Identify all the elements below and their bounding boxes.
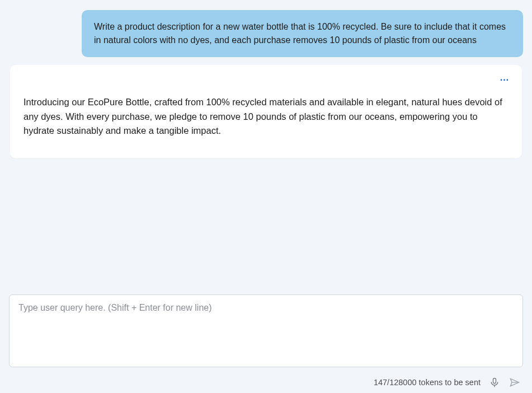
microphone-icon xyxy=(489,377,500,388)
send-button[interactable] xyxy=(509,376,521,389)
composer[interactable] xyxy=(9,294,523,367)
microphone-button[interactable] xyxy=(488,376,501,389)
assistant-message-text: Introducing our EcoPure Bottle, crafted … xyxy=(23,95,509,138)
svg-rect-0 xyxy=(493,378,496,383)
status-bar: 147/128000 tokens to be sent xyxy=(0,372,532,393)
more-actions-button[interactable]: … xyxy=(500,73,510,82)
messages-scroll[interactable]: Write a product description for a new wa… xyxy=(0,0,532,294)
assistant-message: … Introducing our EcoPure Bottle, crafte… xyxy=(10,65,522,158)
chat-app: Write a product description for a new wa… xyxy=(0,0,532,393)
composer-area xyxy=(0,294,532,372)
user-message: Write a product description for a new wa… xyxy=(82,10,523,57)
query-input[interactable] xyxy=(18,303,514,359)
user-message-text: Write a product description for a new wa… xyxy=(94,22,506,45)
token-count-text: 147/128000 tokens to be sent xyxy=(374,378,481,387)
send-icon xyxy=(509,377,520,388)
ellipsis-icon: … xyxy=(500,72,510,83)
